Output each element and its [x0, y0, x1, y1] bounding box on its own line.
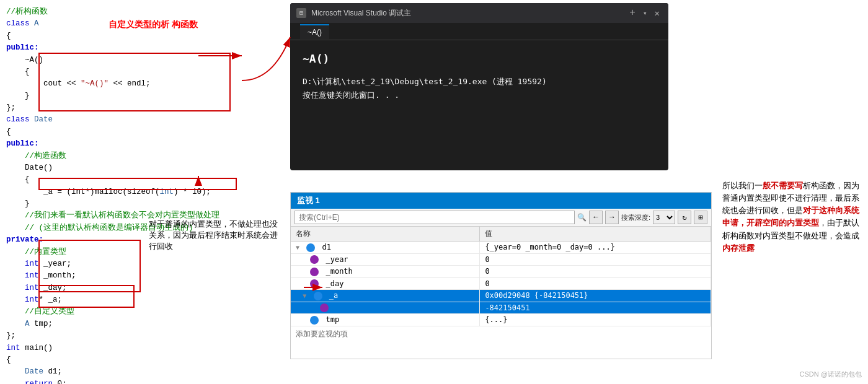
table-row[interactable]: ▼ _a 0x00d29048 {-842150451} [291, 290, 711, 302]
watch-col-value: 值 [480, 227, 711, 242]
table-row[interactable]: -842150451 [291, 302, 711, 314]
code-line: { [6, 126, 279, 138]
inner-type-annotation: 对于普通的内置类型，不做处理也没关系，因为最后程序结束时系统会进行回收 [149, 219, 285, 252]
watch-item-icon [310, 279, 319, 288]
watch-expand-button[interactable]: ⊞ [694, 211, 707, 224]
vs-menu-icon[interactable]: ▾ [643, 9, 647, 17]
code-line: } [6, 90, 279, 102]
watch-row-value: 0x00d29048 {-842150451} [480, 290, 711, 302]
add-watch-label[interactable]: 添加要监视的项 [291, 326, 711, 342]
code-area: //析构函数 class A { public: ~A() { cout << … [0, 0, 285, 384]
code-line: return 0; [6, 378, 279, 384]
right-annotation: 所以我们一般不需要写析构函数，因为普通内置类型即使不进行清理，最后系统也会进行回… [722, 180, 865, 255]
code-line: { [6, 354, 279, 366]
watch-item-icon [310, 316, 319, 325]
table-row[interactable]: _year 0 [291, 253, 711, 266]
code-line: } [6, 198, 279, 210]
code-line: int _month; [6, 270, 279, 282]
vs-output-line2: 按任意键关闭此窗口. . . [303, 89, 656, 102]
watch-search-input[interactable] [294, 211, 575, 224]
code-line: Date() [6, 162, 279, 174]
watch-row-value: 0 [480, 266, 711, 278]
code-line: }; [6, 330, 279, 342]
vs-title-text: Microsoft Visual Studio 调试主 [311, 8, 622, 19]
code-line: { [6, 66, 279, 78]
destructor-annotation: 自定义类型的析 构函数 [108, 19, 198, 31]
watch-header: 监视 1 [291, 193, 711, 209]
vs-app-icon: ⊞ [296, 8, 306, 18]
table-row[interactable]: _month 0 [291, 266, 711, 278]
watch-row-value: {...} [480, 314, 711, 326]
code-line: int _year; [6, 258, 279, 270]
code-line: //析构函数 [6, 6, 279, 18]
watch-depth-select[interactable]: 31245 [653, 211, 675, 224]
vs-new-tab-icon[interactable]: + [627, 7, 638, 19]
code-line: { [6, 30, 279, 42]
watch-window: 监视 1 🔍 ← → 搜索深度: 31245 ↻ ⊞ 名称 值 ▼ [290, 192, 712, 359]
code-line: int _day; [6, 282, 279, 294]
vs-output-title: ~A() [303, 50, 656, 69]
code-line: Date d1; [6, 366, 279, 378]
watch-item-icon [314, 292, 322, 300]
expand-icon[interactable]: ▼ [303, 292, 306, 299]
vs-close-button[interactable]: ✕ [652, 8, 662, 19]
watch-forward-button[interactable]: → [605, 211, 619, 224]
watch-table-header: 名称 值 [291, 227, 711, 242]
vs-content: ~A() D:\计算机\test_2_19\Debug\test_2_19.ex… [290, 40, 668, 111]
code-line: }; [6, 102, 279, 114]
watch-table: 名称 值 ▼ d1 {_year=0 _month=0 _day=0 ...} … [291, 227, 711, 326]
watch-row-name: _day [291, 277, 480, 290]
watch-back-button[interactable]: ← [589, 211, 603, 224]
ann-highlight2: 对于这种向系统申请，开辟空间的内置类型 [722, 206, 859, 227]
watch-item-icon [310, 255, 319, 264]
watch-row-value: 0 [480, 277, 711, 290]
ann-highlight3: 内存泄露 [722, 243, 755, 253]
vs-output-line1: D:\计算机\test_2_19\Debug\test_2_19.exe (进程… [303, 75, 656, 89]
code-line: //自定义类型 [6, 306, 279, 318]
watch-toolbar: 🔍 ← → 搜索深度: 31245 ↻ ⊞ [291, 209, 711, 227]
vs-window: ⊞ Microsoft Visual Studio 调试主 + ▾ ✕ ~A()… [290, 3, 668, 170]
code-line: class Date [6, 114, 279, 126]
watch-row-value: 0 [480, 253, 711, 266]
code-line: public: [6, 42, 279, 54]
watch-depth-label: 搜索深度: [621, 213, 650, 222]
watch-row-name: ▼ d1 [291, 242, 480, 254]
watch-row-name: _month [291, 266, 480, 278]
watch-col-name: 名称 [291, 227, 480, 242]
vs-tab-label[interactable]: ~A() [300, 24, 329, 39]
watch-row-name: tmp [291, 314, 480, 326]
watch-row-name: ▼ _a [291, 290, 480, 302]
code-line: { [6, 174, 279, 186]
table-row[interactable]: ▼ d1 {_year=0 _month=0 _day=0 ...} [291, 242, 711, 254]
table-row[interactable]: tmp {...} [291, 314, 711, 326]
code-line: //构造函数 [6, 151, 279, 162]
vs-titlebar: ⊞ Microsoft Visual Studio 调试主 + ▾ ✕ [290, 3, 668, 23]
code-line: int main() [6, 343, 279, 354]
vs-tab-bar: ~A() [290, 23, 668, 40]
watch-refresh-button[interactable]: ↻ [678, 211, 691, 224]
watch-item-icon [306, 243, 315, 252]
code-line: cout << "~A()" << endl; [6, 78, 279, 90]
code-line: public: [6, 138, 279, 150]
watch-row-value: {_year=0 _month=0 _day=0 ...} [480, 242, 711, 254]
code-line: int* _a; [6, 294, 279, 306]
table-row[interactable]: _day 0 [291, 277, 711, 290]
watch-search-icon: 🔍 [577, 213, 587, 222]
watch-row-name: _year [291, 253, 480, 266]
code-line: A tmp; [6, 318, 279, 330]
watch-row-name [291, 302, 480, 314]
ann-highlight: 般不需要写 [763, 181, 803, 190]
watch-item-icon [320, 303, 329, 312]
watch-item-icon [310, 268, 319, 276]
code-line: _a = (int*)malloc(sizeof(int) * 10); [6, 186, 279, 198]
expand-icon[interactable]: ▼ [296, 244, 299, 251]
watch-row-value: -842150451 [480, 302, 711, 314]
csdn-watermark: CSDN @诺诺的包包 [800, 370, 862, 379]
code-line: ~A() [6, 55, 279, 66]
